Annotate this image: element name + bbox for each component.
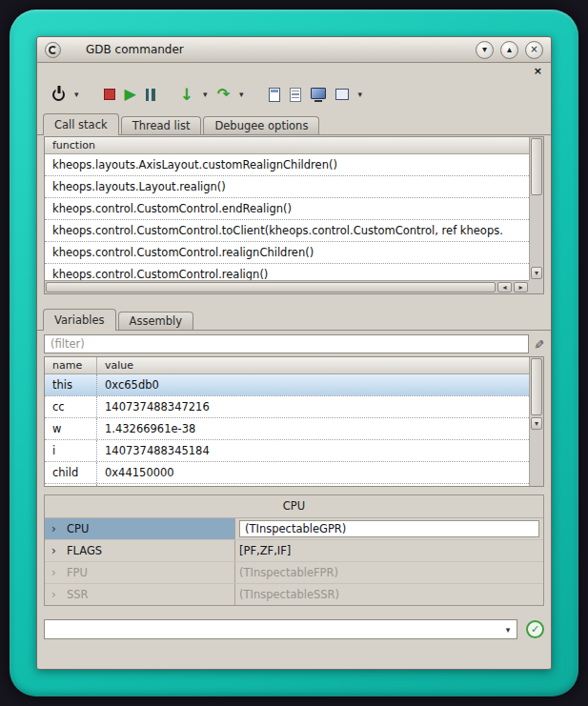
variable-name: child [45, 462, 97, 483]
tab-assembly[interactable]: Assembly [118, 312, 193, 330]
variables-column-headers: name value [45, 357, 529, 374]
power-icon [52, 89, 65, 101]
command-combobox[interactable]: ▾ [44, 619, 517, 639]
dock-close-button[interactable]: × [534, 66, 542, 76]
titlebar[interactable]: GDB commander ▾ ▴ × [37, 37, 551, 63]
pause-icon [146, 89, 155, 101]
step-button[interactable]: ↓ [176, 85, 197, 105]
call-stack-row[interactable]: kheops.control.CustomControl.toClient(kh… [45, 220, 529, 242]
monitor-view-button[interactable] [307, 86, 330, 104]
scroll-down-button[interactable]: ▾ [531, 267, 542, 279]
filter-pen-icon[interactable]: ✎ [533, 339, 545, 350]
step-dropdown-button[interactable]: ▾ [199, 89, 212, 101]
variables-vertical-scrollbar[interactable]: ▾ [529, 357, 543, 486]
monitor-icon [311, 88, 326, 102]
close-button[interactable]: × [525, 41, 543, 59]
call-stack-column-header[interactable]: function [45, 137, 529, 154]
call-stack-horizontal-scrollbar[interactable]: ◂ ▸ [45, 280, 529, 293]
scroll-left-button[interactable]: ◂ [497, 282, 512, 292]
tab-thread-list[interactable]: Thread list [121, 116, 202, 134]
power-button[interactable] [49, 87, 69, 103]
continue-dropdown-button[interactable]: ▾ [235, 89, 248, 101]
app-icon-glyph [49, 46, 57, 54]
screenshot-frame: GDB commander ▾ ▴ × × ▾ [10, 10, 578, 696]
expander-icon[interactable]: › [51, 567, 60, 578]
call-stack-row[interactable]: kheops.layouts.AxisLayout.customRealignC… [45, 154, 529, 176]
variable-row[interactable]: b 1.43266961e-38 [45, 484, 529, 486]
variable-value: 0xc65db0 [97, 374, 529, 395]
chevron-down-icon[interactable]: ▾ [499, 625, 517, 635]
column-header-value[interactable]: value [97, 357, 529, 373]
call-stack-vertical-scrollbar[interactable]: ▾ [529, 137, 543, 280]
call-stack-row[interactable]: kheops.control.CustomControl.realign() [45, 264, 529, 280]
call-stack-table: function kheops.layouts.AxisLayout.custo… [45, 137, 529, 280]
scroll-right-button[interactable]: ▸ [514, 282, 528, 292]
power-icon-stem [57, 86, 60, 93]
cpu-row-fpu[interactable]: › FPU (TInspectableFPR) [45, 562, 543, 584]
app-icon [45, 42, 61, 58]
stop-button[interactable] [100, 87, 119, 102]
column-header-name[interactable]: name [45, 357, 97, 373]
scrollbar-thumb[interactable] [531, 358, 542, 415]
expander-icon[interactable]: › [51, 545, 60, 556]
cpu-row-value-cell: (TInspectableSSR) [235, 584, 543, 605]
expander-icon[interactable]: › [51, 589, 60, 600]
cpu-row-cpu[interactable]: › CPU (TInspectableGPR) [45, 518, 543, 540]
variable-row[interactable]: this 0xc65db0 [45, 374, 529, 396]
cpu-row-value-cell: (TInspectableGPR) [235, 518, 543, 539]
variable-row[interactable]: child 0x44150000 [45, 462, 529, 484]
filter-input[interactable] [44, 334, 529, 353]
mid-tabs: Variables Assembly [37, 306, 551, 331]
cpu-row-name-cell[interactable]: › FLAGS [45, 540, 235, 561]
play-icon: ▶ [125, 87, 136, 102]
cpu-value-editor[interactable]: (TInspectableGPR) [239, 520, 539, 537]
tab-variables[interactable]: Variables [43, 309, 116, 331]
variable-row[interactable]: w 1.43266961e-38 [45, 418, 529, 440]
cpu-row-label: FPU [67, 566, 88, 579]
cpu-row-value-cell: [PF,ZF,IF] [235, 540, 543, 561]
run-button[interactable]: ▶ [121, 85, 140, 104]
variable-row[interactable]: i 140737488345184 [45, 440, 529, 462]
list-view-button[interactable] [286, 86, 305, 104]
step-down-icon: ↓ [180, 87, 193, 103]
scrollbar-thumb[interactable] [46, 282, 496, 292]
cpu-row-name-cell[interactable]: › FPU [45, 562, 235, 583]
monitor-stand [314, 100, 322, 102]
scroll-down-button[interactable]: ▾ [531, 417, 542, 430]
confirm-button[interactable]: ✓ [526, 620, 544, 638]
scrollbar-thumb[interactable] [531, 138, 542, 195]
panel-splitter[interactable] [37, 294, 551, 306]
continue-arrow-icon: ↷ [217, 87, 230, 102]
tab-call-stack[interactable]: Call stack [43, 113, 119, 135]
toolbar-group-power: ▾ [49, 87, 83, 103]
window-view-button[interactable] [332, 87, 353, 102]
cpu-row-name-cell[interactable]: › CPU [45, 518, 235, 539]
window-view-dropdown-button[interactable]: ▾ [355, 89, 367, 101]
cpu-row-flags[interactable]: › FLAGS [PF,ZF,IF] [45, 540, 543, 562]
monitor-screen [311, 88, 326, 99]
call-stack-row[interactable]: kheops.control.CustomControl.realignChil… [45, 242, 529, 264]
maximize-button[interactable]: ▴ [500, 41, 518, 59]
continue-button[interactable]: ↷ [213, 85, 233, 104]
cpu-row-label: CPU [67, 522, 89, 535]
call-stack-row[interactable]: kheops.control.CustomControl.endRealign(… [45, 198, 529, 220]
cpu-row-name-cell[interactable]: › SSR [45, 584, 235, 605]
window-bottom-padding [37, 639, 551, 669]
chevron-down-icon: ▾ [358, 91, 363, 99]
expander-icon[interactable]: › [51, 523, 60, 535]
tab-debugee-options[interactable]: Debugee options [203, 116, 319, 134]
call-stack-row[interactable]: kheops.layouts.Layout.realign() [45, 176, 529, 198]
scrollbar-corner [529, 280, 543, 293]
shade-button[interactable]: ▾ [476, 41, 494, 59]
document-view-button[interactable] [265, 86, 284, 104]
top-tabs: Call stack Thread list Debugee options [37, 111, 551, 135]
variables-table: name value this 0xc65db0 cc 140737488347… [45, 357, 529, 486]
chevron-down-icon: ▾ [239, 91, 244, 99]
variable-value: 140737488347216 [97, 396, 529, 417]
cpu-inspector-panel: CPU › CPU (TInspectableGPR) › FLAGS [44, 494, 544, 606]
cpu-row-ssr[interactable]: › SSR (TInspectableSSR) [45, 584, 543, 605]
variable-row[interactable]: cc 140737488347216 [45, 396, 529, 418]
power-dropdown-button[interactable]: ▾ [71, 89, 83, 101]
command-input[interactable] [45, 623, 499, 636]
pause-button[interactable] [142, 87, 159, 103]
